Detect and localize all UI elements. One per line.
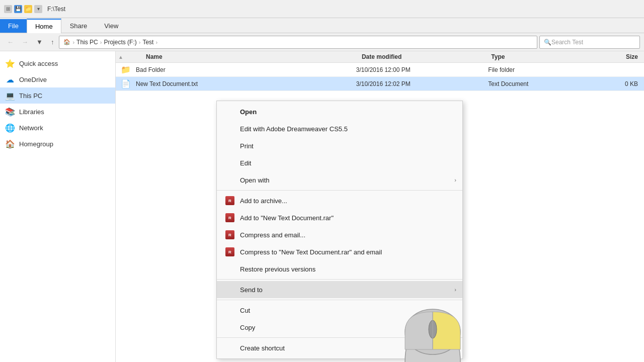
rar-icon-1: R (225, 196, 235, 206)
title-bar: ⊞ 💾 📁 ▾ F:\Test (0, 0, 644, 18)
address-bar[interactable]: 🏠 › This PC › Projects (F:) › Test › (59, 36, 537, 49)
rar-icon-4: R (225, 247, 235, 257)
ctx-addrar-label: Add to "New Text Document.rar" (240, 214, 334, 222)
ctx-print[interactable]: Print (217, 137, 462, 154)
edit-icon (225, 158, 235, 168)
ribbon-tabs: File Home Share View (0, 18, 644, 33)
file-type: File folder (488, 66, 576, 73)
ctx-add-archive[interactable]: R Add to archive... (217, 192, 462, 209)
sendto-arrow: › (454, 287, 456, 293)
ctx-edit-label: Edit (240, 159, 251, 167)
star-icon: ⭐ (5, 58, 15, 68)
title-bar-path: F:\Test (47, 6, 65, 13)
ctx-send-to[interactable]: Send to › (217, 281, 462, 298)
ctx-create-shortcut[interactable]: Create shortcut (217, 339, 462, 356)
onedrive-icon: ☁ (5, 74, 15, 84)
cut-icon (225, 305, 235, 315)
sidebar-item-thispc[interactable]: 💻 This PC (0, 87, 115, 104)
address-crumb-test[interactable]: Test (142, 39, 153, 46)
search-placeholder: Search Test (551, 39, 583, 46)
col-size-header[interactable]: Size (578, 53, 644, 60)
pc-icon: 💻 (5, 90, 15, 101)
sidebar-item-libraries[interactable]: 📚 Libraries (0, 104, 115, 120)
up-button[interactable]: ↑ (48, 36, 57, 48)
ctx-compressemail-label: Compress and email... (240, 231, 305, 239)
ctx-dreamweaver-label: Edit with Adobe Dreamweaver CS5.5 (240, 125, 348, 133)
ctx-compress-email[interactable]: R Compress and email... (217, 226, 462, 243)
ctx-sendto-label: Send to (240, 286, 263, 294)
sidebar-label-quickaccess: Quick access (19, 60, 58, 67)
tab-file[interactable]: File (0, 19, 27, 33)
sidebar-label-libraries: Libraries (19, 108, 44, 116)
address-sep-2: › (100, 39, 102, 45)
sidebar-label-network: Network (19, 124, 43, 132)
forward-button[interactable]: → (19, 36, 31, 48)
file-size: 0 KB (576, 80, 644, 87)
rar-icon-3: R (225, 230, 235, 240)
ctx-print-label: Print (240, 142, 254, 150)
table-row[interactable]: 📄 New Text Document.txt 3/10/2016 12:02 … (116, 77, 644, 91)
sidebar-item-onedrive[interactable]: ☁ OneDrive (0, 71, 115, 87)
openwith-icon (225, 175, 235, 185)
ctx-edit[interactable]: Edit (217, 154, 462, 171)
ctx-add-rar[interactable]: R Add to "New Text Document.rar" (217, 209, 462, 226)
rar-icon-2: R (225, 213, 235, 223)
sendto-icon (225, 285, 235, 295)
ctx-cut[interactable]: Cut (217, 302, 462, 319)
address-crumb-thispc[interactable]: This PC (76, 39, 98, 46)
ctx-edit-dreamweaver[interactable]: Edit with Adobe Dreamweaver CS5.5 (217, 120, 462, 137)
tab-home[interactable]: Home (27, 19, 61, 33)
sidebar-label-thispc: This PC (19, 92, 42, 100)
search-bar[interactable]: 🔍 Search Test (539, 36, 640, 49)
ctx-shortcut-label: Create shortcut (240, 344, 285, 352)
file-name: Bad Folder (136, 66, 356, 73)
context-menu: Open Edit with Adobe Dreamweaver CS5.5 P… (216, 101, 463, 359)
ctx-open[interactable]: Open (217, 103, 462, 120)
ctx-cut-label: Cut (240, 307, 250, 314)
address-crumb-projects[interactable]: Projects (F:) (104, 39, 136, 46)
sidebar-label-homegroup: Homegroup (19, 140, 53, 148)
address-sep-1: › (72, 39, 74, 45)
ctx-separator-3 (217, 300, 462, 300)
file-header: ▲ Name Date modified Type Size (116, 51, 644, 63)
txt-icon: 📄 (116, 79, 136, 88)
sidebar-item-quickaccess[interactable]: ⭐ Quick access (0, 55, 115, 71)
folder-icon: 📁 (24, 5, 32, 13)
back-button[interactable]: ← (4, 36, 17, 48)
ctx-copy[interactable]: Copy (217, 319, 462, 336)
ctx-compress-rar-email[interactable]: R Compress to "New Text Document.rar" an… (217, 243, 462, 260)
sidebar-item-network[interactable]: 🌐 Network (0, 120, 115, 136)
table-row[interactable]: 📁 Bad Folder 3/10/2016 12:00 PM File fol… (116, 63, 644, 77)
file-type: Text Document (488, 80, 576, 87)
folder-icon: 📁 (116, 65, 136, 74)
library-icon: 📚 (5, 107, 15, 117)
copy-icon (225, 322, 235, 332)
network-icon: 🌐 (5, 123, 15, 133)
sidebar-item-homegroup[interactable]: 🏠 Homegroup (0, 136, 115, 152)
ctx-copy-label: Copy (240, 324, 255, 331)
col-type-header[interactable]: Type (491, 53, 578, 60)
ctx-restore[interactable]: Restore previous versions (217, 260, 462, 278)
ctx-openwith-label: Open with (240, 176, 270, 184)
tab-share[interactable]: Share (61, 19, 96, 33)
address-sep-3: › (139, 39, 141, 45)
ctx-archive-label: Add to archive... (240, 197, 287, 205)
file-date: 3/10/2016 12:00 PM (356, 66, 489, 73)
file-date: 3/10/2016 12:02 PM (356, 80, 489, 87)
recent-button[interactable]: ▼ (33, 36, 46, 48)
tab-view[interactable]: View (96, 19, 127, 33)
nav-bar: ← → ▼ ↑ 🏠 › This PC › Projects (F:) › Te… (0, 33, 644, 51)
homegroup-icon: 🏠 (5, 139, 15, 149)
shortcut-icon (225, 343, 235, 353)
ctx-separator-1 (217, 190, 462, 191)
open-icon (225, 107, 235, 117)
col-date-header[interactable]: Date modified (362, 53, 491, 60)
ctx-open-label: Open (240, 108, 257, 116)
ctx-restore-label: Restore previous versions (240, 265, 315, 273)
address-sep-4: › (155, 39, 157, 45)
collapse-button[interactable]: ▲ (116, 54, 126, 60)
ctx-separator-2 (217, 279, 462, 280)
col-name-header[interactable]: Name (126, 53, 362, 60)
dropdown-icon[interactable]: ▾ (34, 5, 42, 13)
ctx-open-with[interactable]: Open with › (217, 171, 462, 189)
